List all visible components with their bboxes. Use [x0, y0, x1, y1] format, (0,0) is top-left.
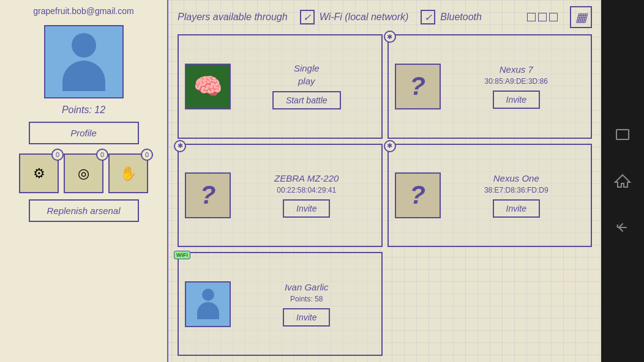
- card-badge-zebra: ✱: [174, 140, 186, 152]
- weapon-box-3: ✋: [108, 153, 148, 193]
- weapons-row: ⚙ 0 ◎ 0 ✋ 0: [19, 153, 148, 193]
- card-info-nexus7: Nexus 7 30:85:A9:DE:3D:86 Invite: [448, 64, 585, 109]
- nav-back-icon[interactable]: [612, 216, 634, 238]
- avatar-figure: [62, 33, 105, 91]
- card-img-nexus7: ?: [395, 64, 441, 109]
- weapon-item-1: ⚙ 0: [19, 153, 59, 193]
- card-title-ivan: Ivan Garlic: [238, 282, 375, 292]
- wifi-badge-container: WiFi: [174, 248, 190, 259]
- card-title-zebra: ZEBRA MZ-220: [238, 173, 375, 183]
- wifi-badge: WiFi: [174, 251, 190, 259]
- weapon-box-1: ⚙: [19, 153, 59, 193]
- weapon-box-2: ◎: [64, 153, 103, 193]
- nav-home-icon[interactable]: [612, 170, 634, 192]
- wifi-label: Wi-Fi (local network): [320, 12, 409, 23]
- weapon-item-3: ✋ 0: [108, 153, 148, 193]
- card-title-single-line2: play: [238, 76, 375, 86]
- wifi-checkbox[interactable]: ✓: [300, 10, 315, 24]
- weapon-badge-1: 0: [51, 149, 64, 161]
- card-nexus7: ✱ ? Nexus 7 30:85:A9:DE:3D:86 Invite: [388, 34, 593, 139]
- invite-button-nexus7[interactable]: Invite: [493, 90, 540, 109]
- bt-label: Bluetooth: [440, 12, 482, 23]
- card-info-ivan: Ivan Garlic Points: 58 Invite: [238, 282, 375, 327]
- card-img-zebra: ?: [185, 172, 231, 218]
- win-btn-3[interactable]: [549, 13, 558, 21]
- svg-marker-1: [615, 175, 630, 187]
- nav-recent-icon[interactable]: [612, 124, 634, 146]
- players-header: Players available through ✓ Wi-Fi (local…: [178, 6, 592, 28]
- card-badge-nexus-one: ✱: [384, 140, 396, 152]
- points-display: Points: 12: [62, 105, 105, 116]
- card-img-ivan: [185, 281, 231, 327]
- bt-checkbox[interactable]: ✓: [421, 10, 435, 24]
- ivan-avatar-head: [202, 289, 214, 301]
- svg-rect-0: [616, 130, 629, 139]
- profile-button[interactable]: Profile: [29, 122, 139, 144]
- ivan-avatar-body: [197, 302, 219, 319]
- window-buttons: [527, 13, 558, 21]
- card-subtitle-nexus-one: 38:E7:D8:36:FD:D9: [448, 186, 585, 194]
- avatar-body: [62, 61, 105, 91]
- main-panel: Players available through ✓ Wi-Fi (local…: [168, 0, 601, 362]
- win-btn-1[interactable]: [527, 13, 536, 21]
- card-img-brain: 🧠: [185, 64, 231, 109]
- card-subtitle-nexus7: 30:85:A9:DE:3D:86: [448, 77, 585, 86]
- card-title-nexus7: Nexus 7: [448, 64, 585, 75]
- card-info-zebra: ZEBRA MZ-220 00:22:58:04:29:41 Invite: [238, 173, 375, 218]
- qr-icon[interactable]: ▦: [570, 6, 592, 28]
- invite-button-zebra[interactable]: Invite: [283, 199, 330, 218]
- android-nav-bar: [601, 0, 644, 362]
- card-nexus-one: ✱ ? Nexus One 38:E7:D8:36:FD:D9 Invite: [388, 144, 593, 248]
- weapon-item-2: ◎ 0: [64, 153, 103, 193]
- weapon-badge-2: 0: [96, 149, 108, 161]
- card-subtitle-ivan: Points: 58: [238, 295, 375, 303]
- invite-button-ivan[interactable]: Invite: [283, 308, 330, 327]
- card-img-nexus-one: ?: [395, 172, 441, 218]
- card-title-single-line1: Single: [238, 63, 375, 73]
- bt-section: ✓ Bluetooth: [421, 10, 482, 24]
- card-subtitle-zebra: 00:22:58:04:29:41: [238, 186, 375, 194]
- card-title-nexus-one: Nexus One: [448, 173, 585, 183]
- win-btn-2[interactable]: [538, 13, 547, 21]
- user-email: grapefruit.bob@gmail.com: [33, 6, 133, 16]
- start-battle-button[interactable]: Start battle: [272, 91, 341, 109]
- weapon-badge-3: 0: [141, 149, 153, 161]
- avatar-head: [72, 33, 96, 57]
- card-single-play: 🧠 Single play Start battle: [178, 34, 383, 139]
- invite-button-nexus-one[interactable]: Invite: [493, 199, 540, 218]
- wifi-section: ✓ Wi-Fi (local network): [300, 10, 409, 24]
- players-available-label: Players available through: [178, 12, 288, 23]
- ivan-avatar-figure: [197, 289, 219, 319]
- card-zebra: ✱ ? ZEBRA MZ-220 00:22:58:04:29:41 Invit…: [178, 144, 383, 248]
- cards-grid: 🧠 Single play Start battle ✱ ? Nexus 7 3…: [178, 34, 592, 356]
- left-panel: grapefruit.bob@gmail.com Points: 12 Prof…: [0, 0, 168, 362]
- card-info-nexus-one: Nexus One 38:E7:D8:36:FD:D9 Invite: [448, 173, 585, 218]
- card-badge-nexus7: ✱: [384, 31, 396, 43]
- card-info-single: Single play Start battle: [238, 63, 375, 109]
- replenish-button[interactable]: Replenish arsenal: [29, 199, 139, 222]
- card-ivan-garlic: WiFi Ivan Garlic Points: 58 Invite: [178, 252, 383, 356]
- avatar: [44, 25, 124, 98]
